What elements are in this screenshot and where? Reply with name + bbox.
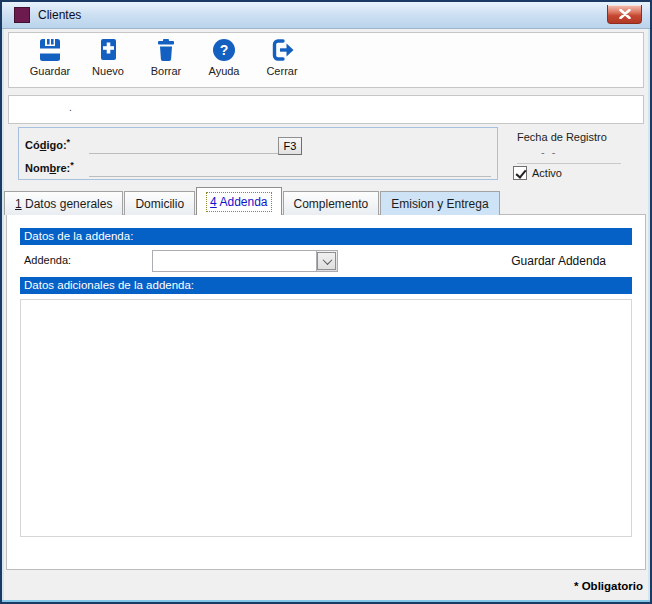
save-icon xyxy=(36,36,64,64)
tab-complemento[interactable]: Complemento xyxy=(283,191,380,215)
tab-bar: 1 Datos generales Domicilio 4 Addenda Co… xyxy=(4,187,501,215)
ayuda-button[interactable]: ? Ayuda xyxy=(195,36,253,84)
addenda-select[interactable] xyxy=(152,250,338,272)
addenda-field-label: Addenda: xyxy=(24,254,71,266)
tab-emision-entrega[interactable]: Emision y Entrega xyxy=(380,191,499,215)
status-text-field[interactable]: . xyxy=(8,95,644,124)
fecha-registro-value[interactable]: - - xyxy=(517,146,621,164)
codigo-input[interactable] xyxy=(89,138,278,154)
borrar-label: Borrar xyxy=(151,65,182,77)
required-fields-note: * Obligatorio xyxy=(574,580,643,592)
status-text: . xyxy=(69,102,72,113)
guardar-label: Guardar xyxy=(30,65,70,77)
guardar-button[interactable]: Guardar xyxy=(21,36,79,84)
fecha-registro-label: Fecha de Registro xyxy=(517,131,607,143)
cerrar-label: Cerrar xyxy=(266,65,297,77)
toolbar: Guardar Nuevo Borrar ? Ayuda xyxy=(8,32,644,88)
addenda-select-value xyxy=(153,251,316,271)
cerrar-button[interactable]: Cerrar xyxy=(253,36,311,84)
nuevo-label: Nuevo xyxy=(92,65,124,77)
guardar-addenda-button[interactable]: Guardar Addenda xyxy=(511,254,606,268)
ayuda-label: Ayuda xyxy=(209,65,240,77)
app-icon xyxy=(14,7,30,23)
close-button[interactable] xyxy=(607,5,642,24)
addenda-details-panel[interactable] xyxy=(20,299,632,537)
close-icon xyxy=(619,9,631,19)
nombre-label: Nombre:* xyxy=(25,160,74,174)
help-icon: ? xyxy=(210,36,238,64)
nuevo-button[interactable]: Nuevo xyxy=(79,36,137,84)
chevron-down-icon xyxy=(322,255,332,265)
activo-label: Activo xyxy=(532,167,562,179)
tab-datos-generales[interactable]: 1 Datos generales xyxy=(4,191,123,215)
borrar-button[interactable]: Borrar xyxy=(137,36,195,84)
activo-row: Activo xyxy=(513,166,562,180)
addenda-section-header: Datos de la addenda: xyxy=(20,228,632,245)
addenda-extra-section-header: Datos adicionales de la addenda: xyxy=(20,277,632,294)
tab-domicilio[interactable]: Domicilio xyxy=(124,191,195,215)
addenda-select-dropdown-button[interactable] xyxy=(316,251,337,271)
new-document-icon xyxy=(94,36,122,64)
f3-lookup-button[interactable]: F3 xyxy=(278,137,302,155)
activo-checkbox[interactable] xyxy=(513,166,527,180)
window-title: Clientes xyxy=(38,2,81,28)
title-bar[interactable]: Clientes xyxy=(2,2,650,29)
trash-icon xyxy=(152,36,180,64)
tab-addenda[interactable]: 4 Addenda xyxy=(196,187,281,215)
exit-icon xyxy=(268,36,296,64)
nombre-input[interactable] xyxy=(89,161,491,177)
codigo-label: Código:* xyxy=(25,137,70,151)
clientes-window: Clientes Guardar Nuevo xyxy=(0,0,652,604)
client-id-groupbox: Código:* F3 Nombre:* xyxy=(18,127,498,180)
svg-text:?: ? xyxy=(220,42,229,58)
